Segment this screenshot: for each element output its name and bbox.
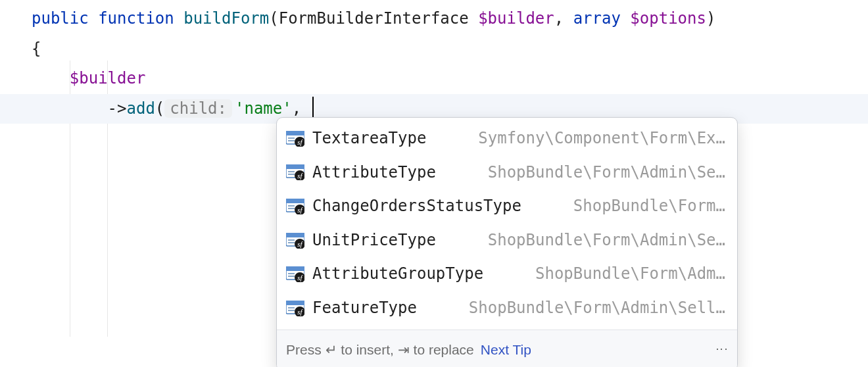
completion-label: ChangeOrdersStatusType (312, 191, 521, 222)
completion-namespace: ShopBundle\Form\Admin\Se… (475, 158, 725, 188)
completion-item[interactable]: sf ChangeOrdersStatusType ShopBundle\For… (277, 189, 737, 224)
var-builder-2: $builder (70, 69, 146, 87)
footer-hint: Press ↵ to insert, ⇥ to replace (286, 337, 474, 363)
string-literal: 'name' (235, 99, 292, 118)
svg-rect-15 (288, 208, 295, 209)
svg-rect-21 (288, 242, 295, 243)
var-builder: $builder (478, 9, 554, 28)
keyword-public: public (32, 9, 89, 28)
completion-label: FeatureType (312, 293, 417, 324)
svg-rect-20 (288, 239, 295, 241)
svg-rect-19 (286, 233, 304, 237)
svg-rect-14 (288, 205, 295, 207)
code-editor[interactable]: public function buildForm(FormBuilderInt… (0, 0, 868, 124)
completion-namespace: ShopBundle\Form\Admin\Sell… (456, 293, 725, 324)
completion-namespace: ShopBundle\Form… (560, 191, 725, 222)
symfony-form-icon: sf (286, 164, 304, 180)
svg-rect-26 (288, 273, 295, 274)
symfony-form-icon: sf (286, 266, 304, 282)
arrow-op: -> (108, 99, 127, 118)
svg-rect-1 (286, 131, 304, 135)
var-options: $options (630, 9, 706, 28)
completion-label: TextareaType (312, 124, 426, 154)
completion-namespace: Symfony\Component\Form\Ex… (465, 124, 725, 154)
code-line: $builder (0, 64, 868, 94)
svg-rect-32 (288, 307, 295, 308)
tab-key-icon: ⇥ (398, 342, 410, 357)
function-name: buildForm (183, 9, 269, 28)
type-name: FormBuilderInterface (279, 9, 469, 28)
completion-label: UnitPriceType (312, 226, 436, 256)
svg-rect-3 (288, 140, 295, 141)
symfony-form-icon: sf (286, 199, 304, 214)
completion-item[interactable]: sf AttributeType ShopBundle\Form\Admin\S… (277, 156, 737, 190)
completion-popup[interactable]: sf TextareaType Symfony\Component\Form\E… (276, 117, 738, 367)
svg-rect-13 (286, 199, 304, 203)
completion-label: AttributeGroupType (312, 259, 483, 289)
svg-rect-33 (288, 310, 295, 311)
symfony-form-icon: sf (286, 233, 304, 249)
symfony-form-icon: sf (286, 301, 304, 316)
keyword-array: array (573, 9, 621, 28)
more-menu-icon[interactable]: ⋮ (716, 343, 728, 356)
brace-open: { (32, 39, 41, 58)
svg-rect-31 (286, 301, 304, 305)
svg-rect-8 (288, 171, 295, 172)
method-add: add (127, 99, 155, 118)
code-line: { (0, 34, 868, 64)
svg-rect-2 (288, 137, 295, 139)
completion-namespace: ShopBundle\Form\Adm… (522, 259, 725, 289)
next-tip-link[interactable]: Next Tip (481, 337, 531, 363)
symfony-form-icon: sf (286, 131, 304, 147)
completion-item[interactable]: sf FeatureType ShopBundle\Form\Admin\Sel… (277, 291, 737, 326)
svg-rect-25 (286, 266, 304, 271)
completion-item[interactable]: sf TextareaType Symfony\Component\Form\E… (277, 122, 737, 156)
completion-footer: Press ↵ to insert, ⇥ to replace Next Tip… (277, 330, 737, 367)
completion-label: AttributeType (312, 158, 436, 188)
code-line: public function buildForm(FormBuilderInt… (0, 4, 868, 34)
keyword-function: function (98, 9, 174, 28)
text-caret (312, 97, 314, 118)
param-hint-child: child: (164, 99, 232, 118)
enter-key-icon: ↵ (326, 342, 337, 357)
completion-item[interactable]: sf AttributeGroupType ShopBundle\Form\Ad… (277, 257, 737, 291)
svg-rect-27 (288, 276, 295, 277)
svg-rect-9 (288, 174, 295, 175)
completion-list[interactable]: sf TextareaType Symfony\Component\Form\E… (277, 118, 737, 330)
completion-item[interactable]: sf UnitPriceType ShopBundle\Form\Admin\S… (277, 224, 737, 258)
svg-rect-7 (286, 164, 304, 169)
completion-namespace: ShopBundle\Form\Admin\Se… (475, 226, 725, 256)
